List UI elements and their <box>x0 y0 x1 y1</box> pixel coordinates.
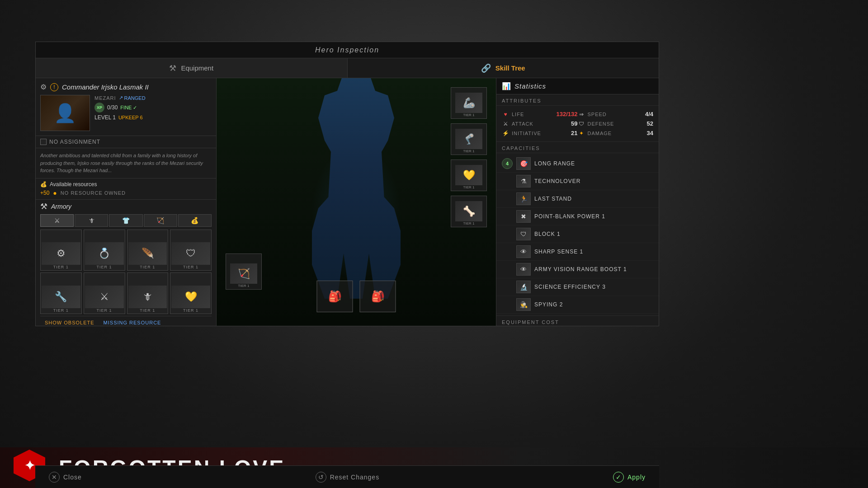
item-cell-1[interactable]: ⚙ TIER 1 <box>40 230 82 271</box>
hero-portrait-area: 👤 MEZARI ↗ RANGED XP 0/30 <box>40 95 212 131</box>
item-img-8: 💛 <box>171 286 210 308</box>
item-img-2: 💍 <box>85 242 124 265</box>
tab-skill-tree[interactable]: 🔗 Skill Tree <box>348 58 659 78</box>
equip-slot-4[interactable]: 🦴 TIER 1 <box>451 196 487 227</box>
science-label: SCIENCE EFFICIENCY 3 <box>534 284 606 290</box>
weapon-slot[interactable]: 🏹 TIER 1 <box>226 253 262 290</box>
item-cell-8[interactable]: 💛 TIER 1 <box>170 272 212 314</box>
speed-value: 4/4 <box>645 111 653 117</box>
reset-button[interactable]: ↺ Reset Changes <box>316 472 380 483</box>
share-icon: 🔗 <box>481 63 491 73</box>
statistics-title: Statistics <box>514 82 546 90</box>
attack-label: ATTACK <box>512 121 568 127</box>
equip-tier-4: TIER 1 <box>463 221 475 225</box>
damage-icon: ✦ <box>578 130 585 136</box>
capacity-list: 4 🎯 LONG RANGE ⚗ TECHNOLOVER 🏃 LAST STAN… <box>496 153 659 316</box>
attr-life: ♥ LIFE 132/132 <box>502 109 578 119</box>
lore-text: Another ambitious and talented child fro… <box>36 148 216 178</box>
bag-slot-2[interactable]: 🎒 <box>360 281 396 312</box>
capacity-science: 🔬 SCIENCE EFFICIENCY 3 <box>496 278 659 296</box>
item-img-1: ⚙ <box>42 242 80 265</box>
assignment-checkbox[interactable] <box>40 139 47 145</box>
speed-label: SPEED <box>588 112 642 117</box>
cat-tab-bow[interactable]: 🏹 <box>144 214 177 227</box>
no-assignment-row[interactable]: NO ASSIGNMENT <box>36 136 216 148</box>
apply-button[interactable]: ✓ Apply <box>613 472 646 483</box>
hero-name: Commander Irjsko Lasmak II <box>62 83 149 91</box>
army-vision-icon: 👁 <box>516 263 531 276</box>
long-range-num: 4 <box>502 158 513 169</box>
capacities-header: CAPACITIES <box>496 142 659 153</box>
faction-label: MEZARI <box>94 95 116 101</box>
last-stand-label: LAST STAND <box>534 196 572 202</box>
checkmark-icon: ✓ <box>133 105 137 111</box>
item-cell-6[interactable]: ⚔ TIER 1 <box>84 272 125 314</box>
technolover-label: TECHNOLOVER <box>534 178 580 184</box>
right-panel: 📊 Statistics ATTRIBUTES ♥ LIFE 132/132 ⇒… <box>496 78 659 326</box>
resources-header: 💰 Available resources <box>40 181 212 188</box>
category-tabs: ⚔ 🗡 👕 🏹 💰 <box>40 214 212 227</box>
life-value: 132/132 <box>557 111 578 117</box>
attr-attack: ⚔ ATTACK 59 <box>502 119 578 128</box>
army-vision-label: ARMY VISION RANGE BOOST 1 <box>534 266 627 272</box>
show-obsolete-btn[interactable]: SHOW OBSOLETE <box>45 320 94 325</box>
equip-slot-3[interactable]: 💛 TIER 1 <box>451 160 487 191</box>
gold-amount: +50 <box>40 190 49 196</box>
cat-tab-armor[interactable]: 👕 <box>109 214 142 227</box>
missing-resource-btn[interactable]: MISSING RESOURCE <box>104 320 161 325</box>
statistics-header: 📊 Statistics <box>496 78 659 94</box>
defense-label: DEFENSE <box>588 121 644 127</box>
reset-label: Reset Changes <box>330 474 380 481</box>
equip-img-2: 🦿 <box>455 129 482 149</box>
block-label: BLOCK 1 <box>534 231 561 237</box>
item-tier-4: TIER 1 <box>183 265 198 269</box>
science-icon: 🔬 <box>516 281 531 293</box>
level-value: LEVEL 1 <box>94 114 116 121</box>
cat-tab-sword[interactable]: ⚔ <box>40 214 74 227</box>
resources-section: 💰 Available resources +50 ● NO RESOURCE … <box>36 178 216 200</box>
resources-icon: 💰 <box>40 181 47 188</box>
item-tier-8: TIER 1 <box>183 308 198 313</box>
item-cell-5[interactable]: 🔧 TIER 1 <box>40 272 82 314</box>
armory-title: Armory <box>51 203 71 210</box>
item-img-3: 🪶 <box>128 242 167 265</box>
bottom-slots: 🎒 🎒 <box>317 281 396 312</box>
resources-title: Available resources <box>50 181 97 188</box>
attributes-header: ATTRIBUTES <box>496 94 659 106</box>
equip-slot-2[interactable]: 🦿 TIER 1 <box>451 123 487 155</box>
item-tier-7: TIER 1 <box>140 308 155 313</box>
defense-icon: 🛡 <box>578 121 585 127</box>
logo-inner: ✦ <box>24 458 35 473</box>
upkeep-value: UPKEEP 6 <box>118 115 143 120</box>
item-cell-3[interactable]: 🪶 TIER 1 <box>127 230 169 271</box>
reset-icon: ↺ <box>316 472 326 483</box>
equip-tier-3: TIER 1 <box>463 185 475 189</box>
attack-icon: ⚔ <box>502 121 509 127</box>
initiative-label: INITIATIVE <box>512 131 568 136</box>
block-icon: 🛡 <box>516 228 531 240</box>
resources-row: +50 ● NO RESOURCE OWNED <box>40 189 212 197</box>
equipment-cost-header: EQUIPMENT COST <box>496 316 659 326</box>
capacity-block: 🛡 BLOCK 1 <box>496 225 659 243</box>
item-img-4: 🛡 <box>171 242 210 265</box>
armory-section: ⚒ Armory ⚔ 🗡 👕 🏹 💰 ⚙ TIER 1 <box>36 200 216 326</box>
item-cell-7[interactable]: 🗡 TIER 1 <box>127 272 169 314</box>
equip-tier-1: TIER 1 <box>463 113 475 117</box>
cat-tab-dagger[interactable]: 🗡 <box>75 214 108 227</box>
spying-label: SPYING 2 <box>534 301 563 308</box>
point-blank-icon: ✖ <box>516 210 531 223</box>
item-tier-1: TIER 1 <box>53 265 69 269</box>
hero-class-icon: ⚙ <box>40 83 47 91</box>
hero-name-row: ⚙ ! Commander Irjsko Lasmak II <box>40 83 212 91</box>
bag-slot-1[interactable]: 🎒 <box>317 281 353 312</box>
item-cell-2[interactable]: 💍 TIER 1 <box>84 230 125 271</box>
speed-icon: ⇒ <box>578 111 585 117</box>
equip-slot-1[interactable]: 🦾 TIER 1 <box>451 87 487 119</box>
level-row: LEVEL 1 UPKEEP 6 <box>94 114 212 121</box>
cat-tab-bag[interactable]: 💰 <box>178 214 212 227</box>
attributes-grid: ♥ LIFE 132/132 ⇒ SPEED 4/4 ⚔ ATTACK 59 🛡… <box>496 106 659 142</box>
item-cell-4[interactable]: 🛡 TIER 1 <box>170 230 212 271</box>
close-button[interactable]: ✕ Close <box>49 472 82 483</box>
tab-equipment[interactable]: ⚒ Equipment <box>36 58 348 78</box>
spying-icon: 🕵 <box>516 298 531 311</box>
